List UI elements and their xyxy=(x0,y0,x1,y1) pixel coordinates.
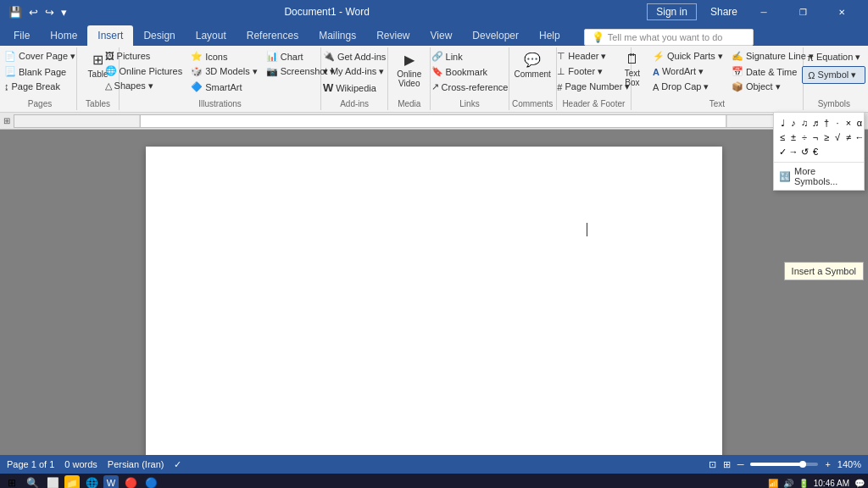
file-explorer-icon[interactable]: 📁 xyxy=(64,475,80,488)
document-area[interactable] xyxy=(0,130,868,455)
text-box-label: Text xyxy=(625,69,640,78)
system-clock[interactable]: 10:46 AM xyxy=(814,479,849,488)
addins-items: 🔌 Get Add-ins ▾ My Add-ins ▾ W Wikipedia xyxy=(320,49,389,96)
language-indicator[interactable]: Persian (Iran) xyxy=(108,459,164,469)
status-left: Page 1 of 1 0 words Persian (Iran) ✓ xyxy=(7,459,181,470)
icons-btn[interactable]: ⭐ Icons xyxy=(187,49,261,64)
window-controls: ─ ❐ ✕ xyxy=(744,0,861,24)
symbol-btn[interactable]: Ω Symbol ▾ xyxy=(802,66,865,84)
page-indicator[interactable]: Page 1 of 1 xyxy=(7,459,54,469)
sym-7[interactable]: α xyxy=(854,116,865,130)
tab-layout[interactable]: Layout xyxy=(186,25,236,46)
wordart-btn[interactable]: A WordArt ▾ xyxy=(649,64,726,79)
sym-16[interactable]: ✓ xyxy=(777,145,787,158)
group-comments: 💬 Comment Comments xyxy=(509,47,557,110)
chrome-icon[interactable]: 🔴 xyxy=(122,474,139,488)
quick-parts-btn[interactable]: ⚡ Quick Parts ▾ xyxy=(649,49,726,64)
tab-developer[interactable]: Developer xyxy=(462,25,529,46)
drop-cap-btn[interactable]: A Drop Cap ▾ xyxy=(649,80,726,94)
group-pages: 📄 Cover Page ▾ 📃 Blank Page ↨ Page Break… xyxy=(3,47,77,110)
comment-btn[interactable]: 💬 Comment xyxy=(509,49,554,81)
sym-19[interactable]: € xyxy=(810,145,821,158)
sym-10[interactable]: ÷ xyxy=(799,130,810,144)
minimize-button[interactable]: ─ xyxy=(744,0,783,24)
sym-6[interactable]: × xyxy=(843,116,854,130)
my-addins-btn[interactable]: ▾ My Add-ins ▾ xyxy=(320,64,389,79)
sym-3[interactable]: ♬ xyxy=(810,116,821,130)
notification-icon[interactable]: 💬 xyxy=(854,479,865,488)
group-links: 🔗 Link 🔖 Bookmark ↗ Cross-reference Link… xyxy=(431,47,509,110)
view-print-btn[interactable]: ⊡ xyxy=(709,459,716,470)
tab-insert[interactable]: Insert xyxy=(87,25,133,46)
more-symbols-btn[interactable]: 🔣 More Symbols... xyxy=(774,162,864,190)
tell-me-input[interactable]: 💡 Tell me what you want to do xyxy=(584,29,754,46)
addins-label: Add-ins xyxy=(340,96,369,108)
sym-17[interactable]: → xyxy=(788,145,798,158)
ribbon: File Home Insert Design Layout Reference… xyxy=(0,24,868,113)
save-quick-btn[interactable]: 💾 xyxy=(7,4,24,20)
share-icon[interactable]: Share xyxy=(710,6,737,18)
cross-reference-btn[interactable]: ↗ Cross-reference xyxy=(428,80,512,94)
pictures-btn[interactable]: 🖼 Pictures xyxy=(102,49,186,63)
tab-design[interactable]: Design xyxy=(133,25,185,46)
word-taskbar-icon[interactable]: W xyxy=(103,475,119,488)
symbols-label: Symbols xyxy=(818,96,850,108)
customize-quick-btn[interactable]: ▾ xyxy=(59,4,69,20)
redo-quick-btn[interactable]: ↪ xyxy=(43,4,56,20)
ruler-collapse-btn[interactable]: ⊞ xyxy=(3,116,10,125)
signin-button[interactable]: Sign in xyxy=(647,3,697,20)
zoom-in-btn[interactable]: + xyxy=(825,459,830,469)
pages-label: Pages xyxy=(28,96,52,108)
page-break-btn[interactable]: ↨ Page Break xyxy=(1,80,79,93)
tab-mailings[interactable]: Mailings xyxy=(309,25,366,46)
sym-8[interactable]: ≤ xyxy=(777,130,787,144)
edge-icon[interactable]: 🌐 xyxy=(83,474,100,488)
start-button[interactable]: ⊞ xyxy=(3,474,20,488)
bluetooth-icon[interactable]: 🔵 xyxy=(142,474,159,488)
tab-review[interactable]: Review xyxy=(366,25,420,46)
blank-page-btn[interactable]: 📃 Blank Page xyxy=(1,64,79,79)
undo-quick-btn[interactable]: ↩ xyxy=(27,4,40,20)
sym-9[interactable]: ± xyxy=(788,130,798,144)
sym-0[interactable]: ♩ xyxy=(777,116,787,130)
wikipedia-btn[interactable]: W Wikipedia xyxy=(320,80,389,96)
sym-2[interactable]: ♫ xyxy=(799,116,810,130)
tab-file[interactable]: File xyxy=(3,25,40,46)
search-button[interactable]: 🔍 xyxy=(24,474,41,488)
online-video-btn[interactable]: ▶ Online Video xyxy=(392,49,426,91)
restore-button[interactable]: ❐ xyxy=(783,0,822,24)
sym-13[interactable]: √ xyxy=(832,130,843,144)
equation-btn[interactable]: π Equation ▾ xyxy=(802,49,865,65)
sym-1[interactable]: ♪ xyxy=(788,116,798,130)
sym-14[interactable]: ≠ xyxy=(843,130,854,144)
text-box-btn[interactable]: 🗒 Text Box xyxy=(617,49,648,90)
online-pictures-btn[interactable]: 🌐 Online Pictures xyxy=(102,64,186,78)
taskbar-right: 📶 🔊 🔋 10:46 AM 💬 xyxy=(768,479,865,488)
3d-models-btn[interactable]: 🎲 3D Models ▾ xyxy=(187,64,261,79)
sym-11[interactable]: ¬ xyxy=(810,130,821,144)
shapes-btn[interactable]: △ Shapes ▾ xyxy=(102,79,186,93)
word-count[interactable]: 0 words xyxy=(64,459,97,469)
tab-view[interactable]: View xyxy=(420,25,463,46)
close-button[interactable]: ✕ xyxy=(822,0,861,24)
proofing-icon: ✓ xyxy=(174,459,181,470)
sym-18[interactable]: ↺ xyxy=(799,145,810,158)
bookmark-btn[interactable]: 🔖 Bookmark xyxy=(428,64,512,79)
link-btn[interactable]: 🔗 Link xyxy=(428,49,512,64)
tab-references[interactable]: References xyxy=(236,25,309,46)
sym-5[interactable]: · xyxy=(832,116,843,130)
sym-4[interactable]: † xyxy=(821,116,832,130)
sym-15[interactable]: ← xyxy=(854,130,865,144)
tab-help[interactable]: Help xyxy=(529,25,570,46)
view-web-btn[interactable]: ⊞ xyxy=(723,459,731,470)
smartart-btn[interactable]: 🔷 SmartArt xyxy=(187,80,261,94)
zoom-level[interactable]: 140% xyxy=(837,459,861,469)
cover-page-btn[interactable]: 📄 Cover Page ▾ xyxy=(1,49,79,64)
tab-home[interactable]: Home xyxy=(40,25,87,46)
comment-icon: 💬 xyxy=(524,52,541,68)
task-view-button[interactable]: ⬜ xyxy=(44,474,61,488)
get-addins-btn[interactable]: 🔌 Get Add-ins xyxy=(320,49,389,64)
illustrations-items: 🖼 Pictures 🌐 Online Pictures △ Shapes ▾ … xyxy=(102,49,339,96)
sym-12[interactable]: ≥ xyxy=(821,130,832,144)
zoom-out-btn[interactable]: ─ xyxy=(737,459,744,469)
